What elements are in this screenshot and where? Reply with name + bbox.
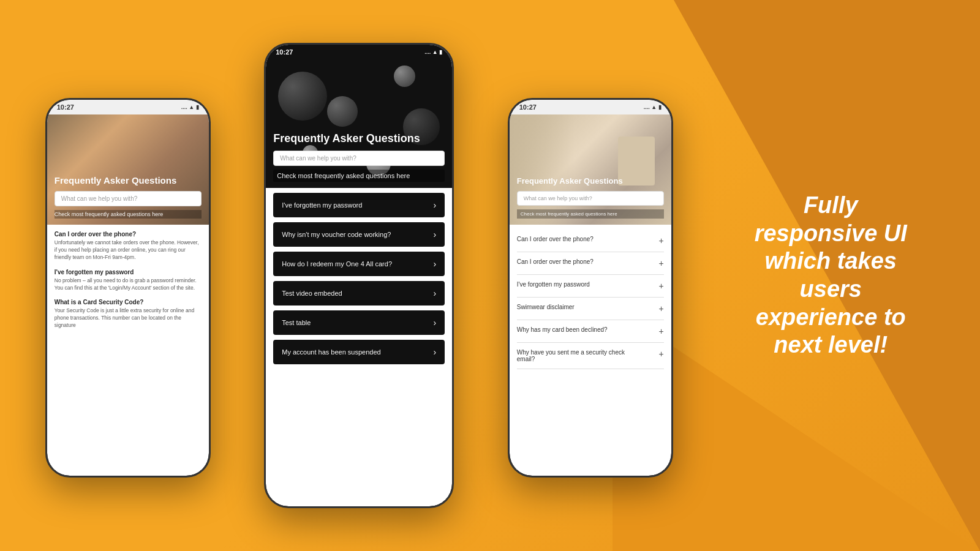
arrow-icon-5: › [434,347,437,357]
faq-acc-item-4[interactable]: Why has my card been declined? + [517,320,664,343]
status-bar-left: 10:27 .... ▲ ▮ [47,100,209,114]
plus-icon-5: + [659,349,664,359]
hero-link-left[interactable]: Check most frequently asked questions he… [55,210,202,219]
hero-img-center: Frequently Asker Questions What can we h… [266,59,452,188]
faq-item-left-1: I've forgotten my password No problem – … [55,269,202,292]
phone-right: 10:27 .... ▲ ▮ Frequently Asker Question… [508,98,673,478]
faq-a-left-0: Unfortunately we cannot take orders over… [55,239,202,261]
faq-acc-q-0: Can I order over the phone? [517,236,594,242]
faq-item-center-4[interactable]: Test table › [273,310,445,335]
faq-acc-q-1: Can I order over the phone? [517,258,594,265]
hero-right: Frequently Asker Questions What can we h… [510,114,671,225]
hero-center: Frequently Asker Questions What can we h… [266,59,452,188]
promo-panel: Fully responsive UI which takes users ex… [726,179,935,372]
time-left: 10:27 [57,103,74,111]
faq-acc-q-2: I've forgotten my password [517,281,590,288]
faq-item-center-3[interactable]: Test video embeded › [273,281,445,305]
faq-item-left-2: What is a Card Security Code? Your Secur… [55,299,202,329]
faq-label-center-2: How do I redeem my One 4 All card? [282,260,392,268]
faq-acc-item-5[interactable]: Why have you sent me a security check em… [517,343,664,369]
faq-item-center-5[interactable]: My account has been suspended › [273,340,445,364]
faq-item-left-0: Can I order over the phone? Unfortunatel… [55,231,202,261]
arrow-icon-4: › [434,318,437,328]
phone-left-screen: 10:27 .... ▲ ▮ Frequently Asker Question… [47,100,209,476]
hero-left: Frequently Asker Questions What can we h… [47,114,209,225]
plus-icon-0: + [659,236,664,246]
hero-search-right[interactable]: What can we help you with? [517,191,664,206]
faq-acc-item-0[interactable]: Can I order over the phone? + [517,230,664,252]
arrow-icon-3: › [434,288,437,298]
hero-search-center[interactable]: What can we help you with? [273,151,445,166]
time-right: 10:27 [519,103,537,111]
hero-content-center: Frequently Asker Questions What can we h… [266,59,452,188]
faq-acc-item-3[interactable]: Swimwear disclaimer + [517,298,664,320]
hero-title-center: Frequently Asker Questions [273,132,445,146]
phone-left: 10:27 .... ▲ ▮ Frequently Asker Question… [45,98,211,478]
phone-right-screen: 10:27 .... ▲ ▮ Frequently Asker Question… [510,100,671,476]
faq-a-left-1: No problem – all you need to do is grab … [55,277,202,292]
hero-title-right: Frequently Asker Questions [517,176,664,186]
main-content: 10:27 .... ▲ ▮ Frequently Asker Question… [0,0,980,551]
faq-acc-q-3: Swimwear disclaimer [517,304,575,310]
phone-center-screen: 10:27 .... ▲ ▮ Frequently A [266,45,452,506]
faq-acc-item-2[interactable]: I've forgotten my password + [517,275,664,298]
faq-acc-q-5: Why have you sent me a security check em… [517,349,627,362]
hero-img-right: Frequently Asker Questions What can we h… [510,114,671,225]
promo-line3: which takes [765,248,897,274]
faq-list-left: Can I order over the phone? Unfortunatel… [47,225,209,343]
hero-link-right[interactable]: Check most frequently asked questions he… [517,209,664,219]
status-bar-center: 10:27 .... ▲ ▮ [266,45,452,59]
arrow-icon-1: › [434,230,437,239]
hero-content-right: Frequently Asker Questions What can we h… [510,114,671,225]
faq-label-center-3: Test video embeded [282,290,342,297]
faq-label-center-1: Why isn't my voucher code working? [282,231,391,238]
faq-acc-item-1[interactable]: Can I order over the phone? + [517,252,664,275]
time-center: 10:27 [276,48,293,56]
status-icons-right: .... ▲ ▮ [644,104,662,110]
faq-acc-q-4: Why has my card been declined? [517,326,608,333]
hero-content-left: Frequently Asker Questions What can we h… [47,114,209,225]
faq-label-center-5: My account has been suspended [282,348,380,356]
faq-list-right: Can I order over the phone? + Can I orde… [510,225,671,374]
promo-line4: users [800,276,862,302]
plus-icon-3: + [659,304,664,313]
status-icons-center: .... ▲ ▮ [424,49,442,55]
promo-text-content: Fully responsive UI which takes users ex… [739,192,922,359]
status-bar-right: 10:27 .... ▲ ▮ [510,100,671,114]
promo-line1: Fully [804,192,858,218]
faq-item-center-1[interactable]: Why isn't my voucher code working? › [273,222,445,247]
faq-q-left-2: What is a Card Security Code? [55,299,202,305]
phone-center: 10:27 .... ▲ ▮ Frequently A [264,43,454,508]
hero-title-left: Frequently Asker Questions [55,175,202,186]
promo-line6: next level! [774,332,888,358]
arrow-icon-0: › [434,200,437,210]
promo-line5: experience to [756,304,906,330]
faq-list-center: I've forgotten my password › Why isn't m… [266,188,452,374]
hero-search-left[interactable]: What can we help you with? [55,191,202,206]
faq-item-center-0[interactable]: I've forgotten my password › [273,193,445,217]
faq-label-center-0: I've forgotten my password [282,201,362,209]
faq-a-left-2: Your Security Code is just a little extr… [55,307,202,329]
faq-q-left-1: I've forgotten my password [55,269,202,276]
promo-line2: responsive UI [755,220,907,246]
faq-q-left-0: Can I order over the phone? [55,231,202,238]
status-icons-left: .... ▲ ▮ [181,104,199,110]
hero-img-left: Frequently Asker Questions What can we h… [47,114,209,225]
plus-icon-4: + [659,326,664,336]
plus-icon-2: + [659,281,664,291]
arrow-icon-2: › [434,259,437,269]
plus-icon-1: + [659,258,664,268]
faq-item-center-2[interactable]: How do I redeem my One 4 All card? › [273,252,445,276]
faq-label-center-4: Test table [282,319,311,326]
hero-link-center[interactable]: Check most frequently asked questions he… [273,170,445,182]
